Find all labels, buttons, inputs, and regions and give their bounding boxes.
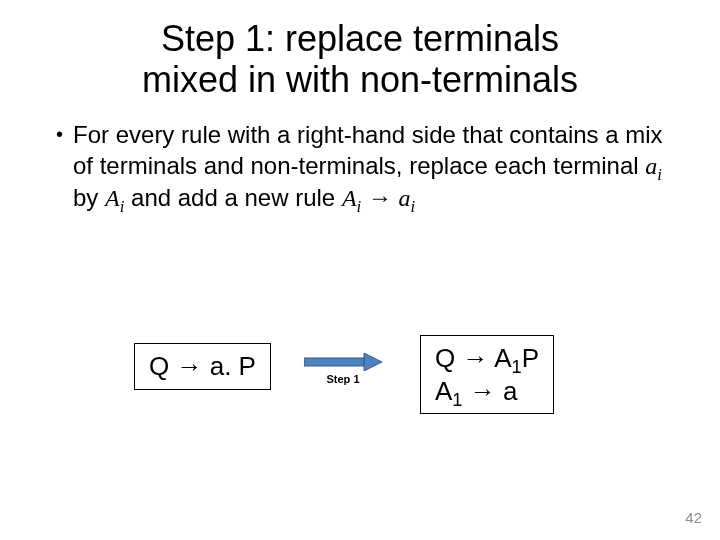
rule-box-before: Q → a. P bbox=[134, 343, 271, 390]
rule-after-line-1: Q → A1P bbox=[435, 342, 539, 375]
page-number: 42 bbox=[685, 509, 702, 526]
rule-before-text: Q → a. P bbox=[149, 351, 256, 381]
step-arrow-group: Step 1 bbox=[298, 353, 388, 385]
slide-title: Step 1: replace terminals mixed in with … bbox=[0, 0, 720, 101]
diagram: Q → a. P Step 1 Q → A1P A1 → a bbox=[0, 335, 720, 455]
svg-rect-0 bbox=[304, 358, 364, 366]
svg-marker-1 bbox=[364, 353, 382, 371]
step-label: Step 1 bbox=[298, 373, 388, 385]
bullet-dot-icon: • bbox=[56, 119, 63, 149]
bullet-item: • For every rule with a right-hand side … bbox=[56, 119, 664, 215]
bullet-text: For every rule with a right-hand side th… bbox=[73, 119, 664, 215]
arrow-right-icon bbox=[304, 353, 382, 371]
title-line-1: Step 1: replace terminals bbox=[161, 18, 559, 59]
title-line-2: mixed in with non-terminals bbox=[142, 59, 578, 100]
slide: Step 1: replace terminals mixed in with … bbox=[0, 0, 720, 540]
rule-after-line-2: A1 → a bbox=[435, 375, 539, 408]
rule-box-after: Q → A1P A1 → a bbox=[420, 335, 554, 414]
slide-body: • For every rule with a right-hand side … bbox=[0, 101, 720, 215]
